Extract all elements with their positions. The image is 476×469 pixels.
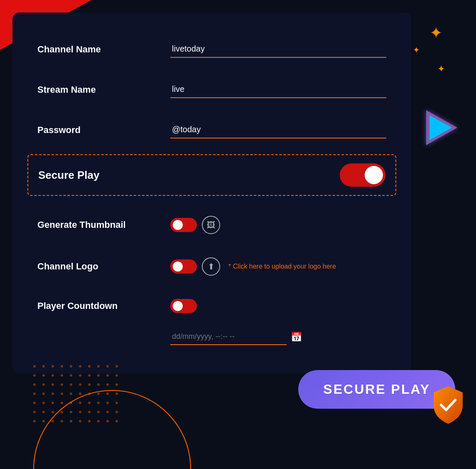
dot [97,365,100,368]
channel-name-input[interactable] [170,41,386,58]
dot [79,383,81,386]
dot [33,402,36,404]
dot [33,383,36,386]
datetime-row: 📅 [37,325,386,357]
shield-decoration [429,384,467,427]
dot [52,411,54,413]
dot [106,383,109,386]
dot [42,383,45,386]
channel-logo-controls: ⬆ * Click here to upload your logo here [170,257,336,276]
shield-icon [429,384,467,426]
dot [33,411,36,413]
datetime-input[interactable] [170,329,287,345]
dot [79,365,81,368]
dot [106,365,109,368]
dot [70,383,72,386]
calendar-icon[interactable]: 📅 [291,332,302,343]
secure-play-row: Secure Play [27,154,396,196]
dot [52,383,54,386]
dot [79,374,81,377]
dot [61,374,63,377]
star-decoration-large: ✦ [429,25,443,41]
dot [79,392,81,395]
dot [97,374,100,377]
password-row: Password [37,110,386,150]
player-countdown-toggle[interactable] [170,299,197,313]
stream-name-label: Stream Name [37,84,170,95]
dot [33,392,36,395]
generate-thumbnail-toggle[interactable] [170,218,197,232]
dot [52,374,54,377]
dot [52,365,54,368]
dot [42,392,45,395]
dot [33,365,36,368]
dot [106,374,109,377]
password-label: Password [37,125,170,136]
channel-name-label: Channel Name [37,44,170,55]
dot [115,365,118,368]
star-decoration-medium: ✦ [437,64,445,74]
thumbnail-icon-button[interactable]: 🖼 [202,216,220,234]
stream-name-row: Stream Name [37,69,386,110]
dot [61,402,63,404]
dot [42,411,45,413]
datetime-controls: 📅 [170,329,302,345]
dot [115,374,118,377]
secure-play-button-label: SECURE PLAY [323,382,430,397]
dot [88,365,91,368]
dot [33,374,36,377]
dot [42,374,45,377]
player-countdown-row: Player Countdown [37,287,386,325]
settings-card: Channel Name Stream Name Password Secure… [12,12,411,373]
upload-logo-button[interactable]: ⬆ [202,257,220,276]
dot [61,383,63,386]
player-countdown-controls [170,299,197,313]
dot [33,420,36,422]
dot [97,383,100,386]
secure-play-label: Secure Play [38,169,340,182]
dot [70,365,72,368]
dot [61,392,63,395]
dot [70,374,72,377]
image-icon: 🖼 [207,220,215,230]
dot [61,365,63,368]
channel-name-row: Channel Name [37,29,386,69]
dot [42,402,45,404]
dot [52,392,54,395]
upload-logo-text[interactable]: * Click here to upload your logo here [228,263,336,270]
star-decoration-small: ✦ [413,46,420,54]
dot [42,365,45,368]
dot [42,420,45,422]
dot [88,383,91,386]
dot [88,374,91,377]
play-arrow-inner [429,115,452,140]
password-input[interactable] [170,121,386,138]
generate-thumbnail-controls: 🖼 [170,216,220,234]
secure-play-toggle[interactable] [340,163,385,187]
player-countdown-label: Player Countdown [37,301,170,311]
channel-logo-row: Channel Logo ⬆ * Click here to upload yo… [37,246,386,287]
dot [52,402,54,404]
dot [70,392,72,395]
generate-thumbnail-row: Generate Thumbnail 🖼 [37,204,386,246]
channel-logo-label: Channel Logo [37,261,170,272]
dot [115,383,118,386]
channel-logo-toggle[interactable] [170,259,197,274]
stream-name-input[interactable] [170,81,386,98]
generate-thumbnail-label: Generate Thumbnail [37,220,170,230]
upload-icon: ⬆ [208,262,215,272]
